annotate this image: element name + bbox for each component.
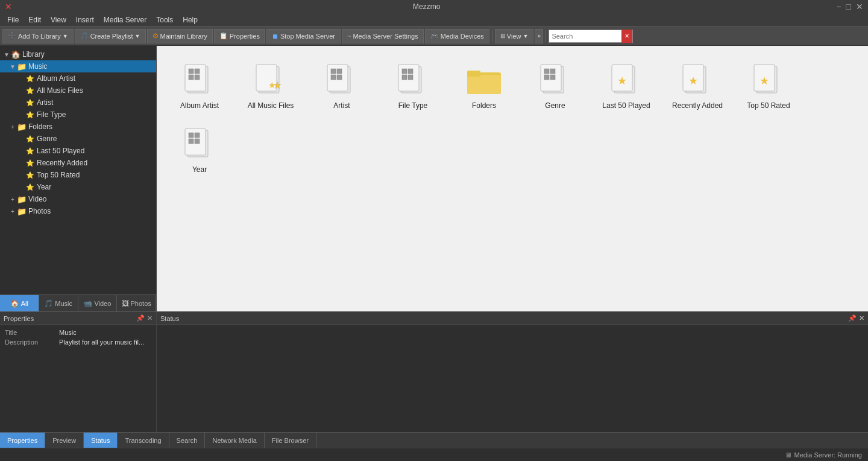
properties-pin-button[interactable]: 📌 (136, 314, 145, 322)
library-icon: 🏠 (11, 49, 20, 59)
left-tab-photos[interactable]: 🖼 Photos (117, 295, 156, 311)
app-title: Mezzmo (17, 2, 836, 11)
tree-node-album-artist[interactable]: ⭐ Album Artist (0, 72, 156, 84)
tree-node-library[interactable]: ▼ 🏠 Library (0, 48, 156, 60)
create-playlist-button[interactable]: 🎵 Create Playlist ▼ (75, 29, 146, 43)
tree-node-last-50-played[interactable]: ⭐ Last 50 Played (0, 145, 156, 157)
tab-file-browser[interactable]: File Browser (265, 433, 316, 448)
svg-rect-19 (408, 69, 413, 74)
tab-status[interactable]: Status (84, 433, 118, 448)
minimize-button[interactable]: − (836, 2, 841, 11)
properties-icon: 📋 (219, 32, 228, 40)
tab-search[interactable]: Search (169, 433, 206, 448)
prop-value-title: Music (59, 329, 151, 336)
add-to-library-button[interactable]: ➕ Add To Library ▼ (2, 29, 74, 43)
tree-node-video[interactable]: + 📁 Video (0, 193, 156, 205)
svg-rect-13 (337, 69, 342, 74)
devices-icon: 🎮 (430, 32, 439, 40)
tree-node-artist[interactable]: ⭐ Artist (0, 97, 156, 109)
content-item-folders[interactable]: Folders (451, 56, 517, 115)
left-tab-music[interactable]: 🎵 Music (39, 295, 78, 311)
content-item-recently-added[interactable]: ★ Recently Added (664, 56, 731, 115)
tree-node-all-music-files[interactable]: ⭐ All Music Files (0, 84, 156, 97)
tree-area: ▼ 🏠 Library ▼ 📁 Music ⭐ Album Artist (0, 46, 156, 294)
content-item-artist[interactable]: Artist (309, 56, 375, 115)
tree-node-recently-added[interactable]: ⭐ Recently Added (0, 157, 156, 169)
svg-text:★: ★ (760, 75, 769, 87)
toolbar-separator2 (546, 30, 546, 42)
menu-item-edit[interactable]: Edit (24, 14, 46, 25)
content-item-album-artist[interactable]: Album Artist (166, 56, 233, 115)
status-close-button[interactable]: ✕ (859, 314, 864, 322)
menu-item-media-server[interactable]: Media Server (99, 14, 151, 25)
search-input[interactable] (549, 33, 621, 40)
search-box: ✕ (549, 30, 633, 43)
content-item-all-music-files[interactable]: ★ All Music Files (237, 56, 304, 115)
status-bar: 🖥 Media Server: Running (0, 448, 868, 461)
tree-node-folders[interactable]: + 📁 Folders (0, 121, 156, 133)
music-tab-label: Music (55, 300, 72, 307)
file-type-icon: ⭐ (25, 110, 35, 119)
close-button[interactable]: ✕ (856, 2, 863, 11)
properties-close-button[interactable]: ✕ (147, 314, 153, 322)
maintain-library-button[interactable]: ⚙ Maintain Library (147, 29, 213, 43)
server-status-icon: 🖥 (785, 451, 791, 459)
playlist-icon: 🎵 (80, 32, 89, 40)
content-item-genre[interactable]: Genre (522, 56, 588, 115)
tree-node-top-50-rated[interactable]: ⭐ Top 50 Rated (0, 169, 156, 181)
music-label: Music (28, 62, 47, 71)
all-music-files-label: All Music Files (37, 86, 83, 95)
status-content (157, 325, 868, 432)
tree-node-genre[interactable]: ⭐ Genre (0, 133, 156, 145)
menu-item-help[interactable]: Help (178, 14, 203, 25)
content-grid: Album Artist ★ All Music Files (157, 46, 868, 188)
last-50-played-label: Last 50 Played (37, 147, 84, 155)
status-pin-button[interactable]: 📌 (848, 314, 857, 322)
svg-rect-23 (467, 75, 501, 94)
properties-button[interactable]: 📋 Properties (214, 29, 265, 43)
bottom-tab-bar: Properties Preview Status Transcoding Se… (0, 432, 868, 448)
tab-transcoding[interactable]: Transcoding (118, 433, 169, 448)
all-music-files-content-icon: ★ (251, 60, 290, 99)
title-bar: ✕ Mezzmo − □ ✕ (0, 0, 868, 13)
content-item-year[interactable]: Year (166, 119, 233, 179)
menu-item-view[interactable]: View (46, 14, 71, 25)
properties-header-controls: 📌 ✕ (136, 314, 153, 322)
media-devices-button[interactable]: 🎮 Media Devices (425, 29, 489, 43)
genre-content-label: Genre (545, 101, 565, 110)
menu-item-file[interactable]: File (2, 14, 24, 25)
tab-preview[interactable]: Preview (45, 433, 84, 448)
svg-rect-15 (337, 75, 342, 80)
tree-node-file-type[interactable]: ⭐ File Type (0, 109, 156, 121)
content-item-last-50-played[interactable]: ★ Last 50 Played (593, 56, 659, 115)
tab-network-media[interactable]: Network Media (205, 433, 264, 448)
tree-node-year[interactable]: ⭐ Year (0, 181, 156, 193)
view-button[interactable]: ⊞ View ▼ (495, 29, 534, 43)
music-tab-icon: 🎵 (44, 299, 53, 308)
content-item-file-type[interactable]: File Type (380, 56, 446, 115)
stop-media-server-button[interactable]: ⏹ Stop Media Server (266, 29, 341, 43)
menu-item-tools[interactable]: Tools (151, 14, 178, 25)
file-type-content-label: File Type (398, 101, 427, 110)
all-tab-label: All (21, 300, 28, 307)
media-server-settings-button[interactable]: ~ Media Server Settings (342, 29, 424, 43)
left-tab-video[interactable]: 📹 Video (78, 295, 118, 311)
tree-node-photos[interactable]: + 📁 Photos (0, 205, 156, 217)
album-artist-icon: ⭐ (25, 74, 35, 83)
tree-node-music[interactable]: ▼ 📁 Music (0, 60, 156, 72)
prop-value-description: Playlist for all your music fil... (59, 339, 151, 346)
more-button[interactable]: » (535, 29, 543, 43)
tab-properties[interactable]: Properties (0, 433, 45, 448)
svg-rect-2 (189, 69, 193, 74)
maximize-button[interactable]: □ (846, 2, 851, 11)
view-icon: ⊞ (500, 33, 505, 39)
content-item-top-50-rated[interactable]: ★ Top 50 Rated (735, 56, 802, 115)
all-music-files-icon: ⭐ (25, 86, 35, 95)
left-tab-all[interactable]: 🏠 All (0, 295, 39, 311)
properties-panel: Properties 📌 ✕ Title Music Description P… (0, 312, 157, 432)
search-clear-button[interactable]: ✕ (621, 30, 632, 43)
svg-rect-29 (544, 75, 549, 80)
menu-item-insert[interactable]: Insert (71, 14, 99, 25)
photos-tab-icon: 🖼 (122, 299, 129, 308)
svg-rect-20 (402, 75, 407, 80)
